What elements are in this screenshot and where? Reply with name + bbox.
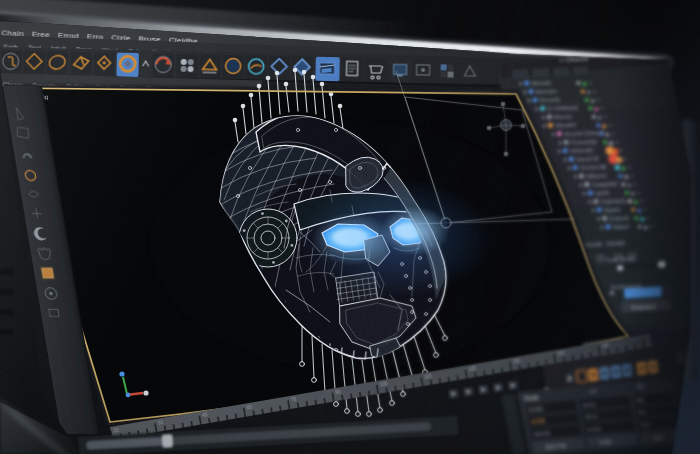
svg-text:Fewevlvlty: Fewevlvlty bbox=[571, 138, 598, 145]
svg-text:Hesvst NB: Hesvst NB bbox=[580, 164, 607, 171]
svg-text:Mltrcwvr: Mltrcwvr bbox=[586, 172, 607, 179]
svg-text:Revanls: Revanls bbox=[540, 96, 561, 103]
svg-text:Sword IB: Sword IB bbox=[576, 155, 599, 162]
svg-text:Vebsrvlt3: Vebsrvlt3 bbox=[570, 147, 593, 154]
svg-text:Mecrvo: Mecrvo bbox=[554, 113, 573, 120]
svg-text:Er Orbilawrlj: Er Orbilawrlj bbox=[547, 105, 578, 112]
svg-text:Topwjvlvltl: Topwjvlvltl bbox=[592, 181, 617, 188]
svg-text:Meravls: Meravls bbox=[531, 80, 551, 87]
svg-text:Stlnolrt3: Stlnolrt3 bbox=[555, 122, 576, 129]
svg-text:Moevlon: Moevlon bbox=[536, 88, 557, 95]
svg-text:Spwrd: Spwrd bbox=[604, 206, 620, 213]
svg-text:Iqsrrlt: Iqsrrlt bbox=[595, 190, 610, 196]
